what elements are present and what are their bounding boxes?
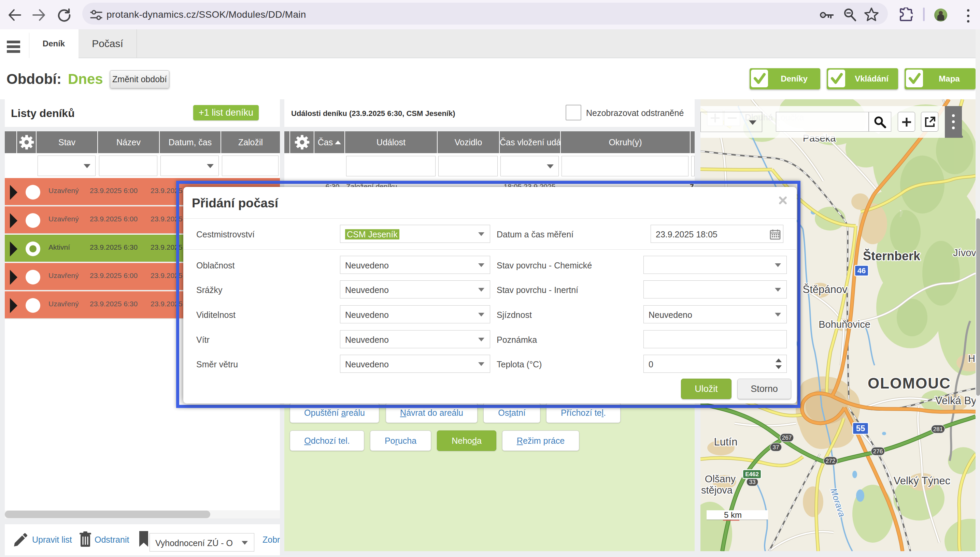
svg-text:Štěpánov: Štěpánov xyxy=(803,283,848,295)
svg-text:Velký Týnec: Velký Týnec xyxy=(893,475,951,487)
svg-text:267: 267 xyxy=(782,435,792,441)
svg-text:276: 276 xyxy=(873,448,883,455)
svg-text:46: 46 xyxy=(858,266,866,275)
svg-text:Hl: Hl xyxy=(968,353,975,364)
svg-text:281: 281 xyxy=(933,426,943,433)
svg-text:33: 33 xyxy=(749,479,756,485)
svg-text:E462: E462 xyxy=(745,471,759,477)
svg-text:stějova: stějova xyxy=(701,485,733,496)
svg-text:Velká By: Velká By xyxy=(935,395,975,407)
svg-text:Olšany: Olšany xyxy=(705,474,736,484)
svg-text:Jívová: Jívová xyxy=(953,247,975,258)
svg-text:Šternberk: Šternberk xyxy=(863,249,921,263)
svg-text:5 km: 5 km xyxy=(724,510,742,520)
svg-text:OLOMOUC: OLOMOUC xyxy=(868,375,951,392)
svg-text:Lutín: Lutín xyxy=(714,436,738,448)
svg-text:272: 272 xyxy=(826,458,835,464)
svg-text:55: 55 xyxy=(856,423,865,433)
svg-text:37: 37 xyxy=(773,444,779,451)
svg-text:Bohuňovice: Bohuňovice xyxy=(818,319,871,330)
